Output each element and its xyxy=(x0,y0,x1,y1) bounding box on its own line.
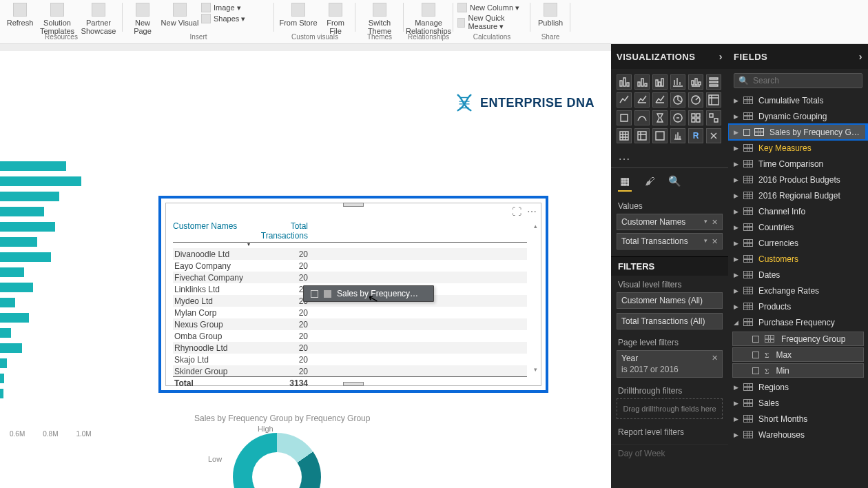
visual-type-chip[interactable] xyxy=(706,74,721,90)
field-well[interactable]: Total Transactions▾✕ xyxy=(617,233,723,250)
visual-type-chip[interactable] xyxy=(652,110,668,125)
more-visuals-icon[interactable]: … xyxy=(611,149,728,167)
field-well[interactable]: Customer Names▾✕ xyxy=(617,214,723,230)
caret-right-icon[interactable]: ▶ xyxy=(734,272,741,278)
drillthrough-dropzone[interactable]: Drag drillthrough fields here xyxy=(617,398,723,419)
caret-down-icon[interactable]: ◢ xyxy=(734,319,741,326)
remove-icon[interactable]: ✕ xyxy=(712,218,718,227)
chevron-down-icon[interactable]: ▾ xyxy=(704,237,707,246)
visual-type-chip[interactable] xyxy=(670,110,685,125)
caret-right-icon[interactable]: ▶ xyxy=(734,416,741,423)
visual-filter-item[interactable]: Total Transactions (All) xyxy=(617,313,723,329)
visual-type-chip[interactable] xyxy=(688,110,703,125)
visualizations-header[interactable]: VISUALIZATIONS › xyxy=(611,44,728,69)
caret-right-icon[interactable]: ▶ xyxy=(734,256,741,263)
visual-type-chip[interactable] xyxy=(617,92,632,108)
ribbon-button[interactable]: Switch Theme xyxy=(360,1,400,35)
visual-type-chip[interactable] xyxy=(634,92,650,108)
field-table[interactable]: ◢Purchase Frequency xyxy=(728,314,868,330)
checkbox-icon[interactable] xyxy=(752,367,759,374)
table-row[interactable]: Omba Group20 xyxy=(173,330,527,342)
field-table[interactable]: ▶Countries xyxy=(728,219,868,235)
visual-type-chip[interactable] xyxy=(670,128,685,143)
visual-type-chip[interactable] xyxy=(670,92,685,108)
table-row[interactable]: Skajo Ltd20 xyxy=(173,354,527,365)
visual-type-chip[interactable] xyxy=(617,110,632,125)
caret-right-icon[interactable]: ▶ xyxy=(734,400,741,407)
fields-tab-icon[interactable]: ▦ xyxy=(618,175,632,192)
visual-type-chip[interactable] xyxy=(688,74,703,90)
visual-type-chip[interactable] xyxy=(652,74,668,90)
caret-right-icon[interactable]: ▶ xyxy=(734,208,741,215)
table-row[interactable]: Rhynoodle Ltd20 xyxy=(173,342,527,354)
column-header[interactable]: Total Transactions xyxy=(249,221,312,241)
field-table[interactable]: ▶Regions xyxy=(728,379,868,395)
field-table[interactable]: ▶Dynamic Grouping xyxy=(728,108,868,124)
checkbox-icon[interactable] xyxy=(752,336,759,343)
table-row[interactable]: Nexus Group20 xyxy=(173,318,527,330)
remove-filter-icon[interactable]: ✕ xyxy=(712,354,718,363)
field-table[interactable]: ▶Time Comparison xyxy=(728,156,868,172)
visual-type-chip[interactable] xyxy=(670,74,685,90)
ribbon-button[interactable]: New Column ▾ xyxy=(457,3,519,12)
visual-type-chip[interactable] xyxy=(706,128,721,143)
field-column[interactable]: Frequency Group xyxy=(732,332,864,346)
field-table[interactable]: ▶2016 Product Budgets xyxy=(728,172,868,187)
report-page[interactable]: ENTERPRISE DNA 0.6M 0.8M 1.0M ⛶ xyxy=(0,51,611,488)
field-table[interactable]: ▶Products xyxy=(728,298,868,314)
remove-icon[interactable]: ✕ xyxy=(712,237,718,246)
checkbox-icon[interactable] xyxy=(752,352,759,358)
checkbox-icon[interactable] xyxy=(743,129,750,136)
chevron-right-icon[interactable]: › xyxy=(859,51,862,62)
field-table[interactable]: ▶Dates xyxy=(728,267,868,283)
ribbon-button[interactable]: New Page xyxy=(127,1,158,35)
field-column[interactable]: ΣMin xyxy=(732,363,864,378)
caret-right-icon[interactable]: ▶ xyxy=(734,129,741,136)
caret-right-icon[interactable]: ▶ xyxy=(734,161,741,167)
ribbon-button[interactable]: From File xyxy=(320,1,351,35)
page-filter-item[interactable]: ✕ Year is 2017 or 2016 xyxy=(617,350,723,378)
analytics-tab-icon[interactable]: 🔍 xyxy=(668,175,681,192)
caret-right-icon[interactable]: ▶ xyxy=(734,384,741,391)
donut-chart-visual[interactable]: High Low 0k xyxy=(214,429,351,488)
ribbon-button[interactable]: Solution Templates xyxy=(37,1,77,35)
caret-right-icon[interactable]: ▶ xyxy=(734,224,741,231)
field-table[interactable]: ▶2016 Regional Budget xyxy=(728,187,868,203)
ribbon-button[interactable]: New Quick Measure ▾ xyxy=(457,14,526,31)
search-input[interactable] xyxy=(753,76,858,85)
field-table[interactable]: ▶Currencies xyxy=(728,235,868,251)
caret-right-icon[interactable]: ▶ xyxy=(734,113,741,120)
field-table[interactable]: ▶Customers xyxy=(728,251,868,267)
scrollbar[interactable] xyxy=(534,223,541,373)
field-table[interactable]: ▶Cumulative Totals xyxy=(728,92,868,108)
visual-type-chip[interactable] xyxy=(706,110,721,125)
field-table[interactable]: ▶Warehouses xyxy=(728,427,868,443)
visual-type-chip[interactable] xyxy=(634,128,650,143)
table-row[interactable]: Mylan Corp20 xyxy=(173,307,527,318)
visual-type-chip[interactable] xyxy=(617,128,632,143)
focus-mode-icon[interactable]: ⛶ xyxy=(512,206,521,217)
caret-right-icon[interactable]: ▶ xyxy=(734,176,741,183)
visual-type-chip[interactable] xyxy=(652,128,668,143)
visual-type-chip[interactable] xyxy=(617,74,632,90)
visual-type-chip[interactable] xyxy=(706,92,721,108)
caret-right-icon[interactable]: ▶ xyxy=(734,192,741,199)
field-column[interactable]: ΣMax xyxy=(732,347,864,362)
fields-header[interactable]: FIELDS › xyxy=(728,44,868,69)
table-row[interactable]: Fivechat Company20 xyxy=(173,272,527,283)
ribbon-button[interactable]: Refresh xyxy=(4,1,36,27)
more-options-icon[interactable]: ⋯ xyxy=(527,206,537,217)
field-table[interactable]: ▶Short Months xyxy=(728,411,868,427)
table-row[interactable]: Skinder Group20 xyxy=(173,365,527,376)
ribbon-button[interactable]: Image ▾ xyxy=(201,3,241,12)
column-header[interactable]: Customer Names xyxy=(173,221,249,241)
visual-type-chip[interactable] xyxy=(634,110,650,125)
chevron-right-icon[interactable]: › xyxy=(719,51,723,62)
field-table[interactable]: ▶Key Measures xyxy=(728,140,868,156)
caret-right-icon[interactable]: ▶ xyxy=(734,240,741,247)
caret-right-icon[interactable]: ▶ xyxy=(734,303,741,310)
table-row[interactable]: Divanoodle Ltd20 xyxy=(173,248,527,260)
table-header[interactable]: Customer Names Total Transactions xyxy=(173,221,527,243)
caret-right-icon[interactable]: ▶ xyxy=(734,287,741,294)
field-table[interactable]: ▶Sales xyxy=(728,395,868,411)
